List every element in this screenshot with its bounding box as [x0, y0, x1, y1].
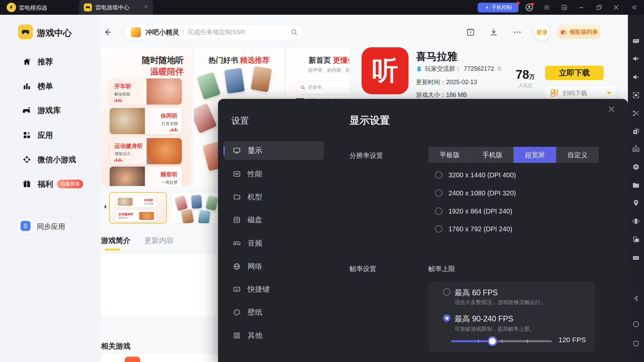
back-icon[interactable] [103, 27, 112, 37]
keymapping-icon[interactable] [632, 37, 640, 45]
sidebar-item-recommend[interactable]: 推荐 [9, 53, 93, 70]
resolution-section-label: 分辨率设置 [350, 151, 383, 160]
nav-home-icon[interactable] [632, 320, 640, 328]
slider-tick [478, 340, 479, 343]
resolution-option-2400x1080[interactable]: 2400 x 1080 (DPI 320) [435, 188, 516, 198]
game-center-logo-icon [18, 24, 33, 39]
photo-headphones [110, 108, 145, 134]
close-window-icon[interactable] [612, 3, 620, 11]
radio-icon [435, 189, 442, 197]
download-manager-icon[interactable] [489, 27, 498, 37]
collapse-sidebar-icon[interactable] [630, 3, 638, 11]
settings-dialog: 设置 显示 性能 机型 磁盘 音频 网络 快捷键 [218, 99, 628, 362]
sidebar-divider [12, 218, 89, 218]
volume-down-icon[interactable] [632, 73, 640, 81]
wallpaper-palette-icon [233, 308, 241, 316]
sidebar-item-rankings[interactable]: 榜单 [9, 77, 93, 95]
scan-dropdown-caret [607, 92, 611, 95]
fps-60-label[interactable]: 最高 60 FPS [454, 288, 498, 298]
screenshot-thumb-1[interactable]: 休闲听打发无聊 运动健身听增加活力 [109, 192, 167, 224]
rotate-screen-icon[interactable] [632, 235, 640, 243]
menu-icon[interactable] [543, 3, 551, 11]
fps-240-radio[interactable] [443, 314, 450, 322]
fps-240-label[interactable]: 最高 90-240 FPS [454, 314, 513, 324]
tab-phone[interactable]: 手机版 [471, 147, 514, 163]
copy-icon[interactable] [497, 66, 502, 71]
tab-update-content[interactable]: 更新内容 [144, 236, 174, 246]
apk-install-icon[interactable]: APK [632, 145, 640, 153]
minigame-diamond-icon [22, 155, 32, 164]
shake-icon[interactable] [632, 217, 640, 225]
fps-slider-thumb[interactable] [487, 336, 497, 346]
tab-custom[interactable]: 自定义 [556, 147, 599, 163]
resolution-option-1920x864[interactable]: 1920 x 864 (DPI 240) [435, 206, 512, 216]
settings-menu-wallpaper[interactable]: 壁纸 [223, 303, 324, 322]
search-input[interactable]: 冲吧小精灵 | 完成任务领定制SSR [124, 24, 304, 40]
update-time-row: 更新时间：2025-02-13 [416, 78, 477, 86]
sidebar-item-game-library[interactable]: 游戏库 [9, 102, 93, 119]
sidebar: 游戏中心 推荐 榜单 游戏库 应用 微信小游戏 福利 电量商城 [0, 15, 101, 362]
tab-ultrawide[interactable]: 超宽屏 [514, 147, 556, 163]
nav-recents-icon[interactable] [632, 340, 640, 348]
calendar-events-icon[interactable] [466, 27, 475, 37]
settings-menu-shortcuts[interactable]: 快捷键 [223, 280, 324, 299]
volume-up-icon[interactable] [632, 55, 640, 63]
photo-jogging [147, 138, 182, 164]
settings-menu-other[interactable]: 其他 [223, 326, 324, 345]
framerate-card: 最高 60 FPS 适合大多数情况，游戏能够流畅运行。 最高 90-240 FP… [428, 282, 595, 352]
nav-back-icon[interactable] [632, 294, 640, 302]
settings-menu-network[interactable]: 网络 [223, 257, 324, 276]
location-icon[interactable] [632, 199, 640, 207]
display-icon [233, 146, 241, 155]
resolution-tabs: 平板版 手机版 超宽屏 自定义 [428, 147, 599, 163]
restore-window-icon[interactable] [595, 3, 603, 11]
tab-game-center[interactable]: 雷电游戏中心 [79, 0, 153, 15]
settings-menu-display[interactable]: 显示 [223, 141, 324, 160]
tab-close-icon[interactable] [144, 4, 148, 10]
banner1-card-drive: 开车听 解放双眼 [110, 78, 182, 105]
related-game-icon[interactable] [125, 357, 140, 362]
login-button[interactable]: 登录 [534, 24, 550, 40]
more-tools-icon[interactable] [632, 254, 640, 262]
emulator-window: 雷电模拟器 雷电游戏中心 手机控制 [0, 0, 644, 362]
device-model-icon [233, 193, 241, 201]
scan-download-button[interactable]: 扫码下载 [545, 86, 616, 101]
tab-tablet[interactable]: 平板版 [428, 147, 471, 163]
minimize-icon[interactable] [577, 3, 585, 11]
settings-menu-audio[interactable]: 音频 [223, 234, 324, 253]
settings-menu-disk[interactable]: 磁盘 [223, 210, 324, 229]
emulator-toolbar: APK [628, 15, 644, 362]
hexagon-tool-icon[interactable] [632, 163, 640, 171]
photo-driving [147, 78, 182, 105]
screenshot-scissors-icon[interactable] [632, 109, 640, 117]
sidebar-item-welfare[interactable]: 福利 电量商城 [9, 175, 93, 193]
fps-slider[interactable] [451, 339, 552, 344]
fps-60-radio[interactable] [443, 288, 450, 296]
phone-control-button[interactable]: 手机控制 [478, 3, 519, 12]
download-now-button[interactable]: 立即下载 [545, 66, 604, 80]
apps-grid-icon [22, 130, 32, 140]
tab-game-intro[interactable]: 游戏简介 [101, 236, 130, 246]
performance-icon [233, 170, 241, 178]
account-avatar[interactable] [525, 3, 533, 11]
fullscreen-icon[interactable] [632, 91, 640, 99]
resize-window-icon[interactable] [560, 3, 568, 11]
selected-indicator [223, 146, 225, 155]
settings-menu-device-model[interactable]: 机型 [223, 188, 324, 206]
coupon-button[interactable]: 领取福利券 [557, 25, 600, 39]
ximalaya-app-icon: 听 [362, 47, 409, 94]
audio-icon [233, 239, 241, 247]
settings-menu-performance[interactable]: 性能 [223, 165, 324, 183]
radio-icon [435, 207, 442, 215]
sidebar-item-wechat-minigames[interactable]: 微信小游戏 [9, 151, 93, 168]
resolution-option-3200x1440[interactable]: 3200 x 1440 (DPI 400) [435, 170, 516, 180]
multi-instance-icon[interactable] [632, 127, 640, 135]
sidebar-item-apps[interactable]: 应用 [9, 126, 93, 144]
folder-icon[interactable] [632, 181, 640, 189]
resolution-option-1760x792[interactable]: 1760 x 792 (DPI 240) [435, 224, 512, 234]
carousel-prev-icon[interactable] [102, 204, 108, 211]
dialog-close-icon[interactable] [604, 102, 619, 116]
screenshot-banner-1[interactable]: 随时随地听 温暖陪伴 开车听 解放双眼 休闲听 打发无聊 [101, 47, 191, 186]
more-menu-icon[interactable] [513, 27, 522, 37]
sidebar-item-sync-app[interactable]: 同步应用 [37, 222, 65, 231]
